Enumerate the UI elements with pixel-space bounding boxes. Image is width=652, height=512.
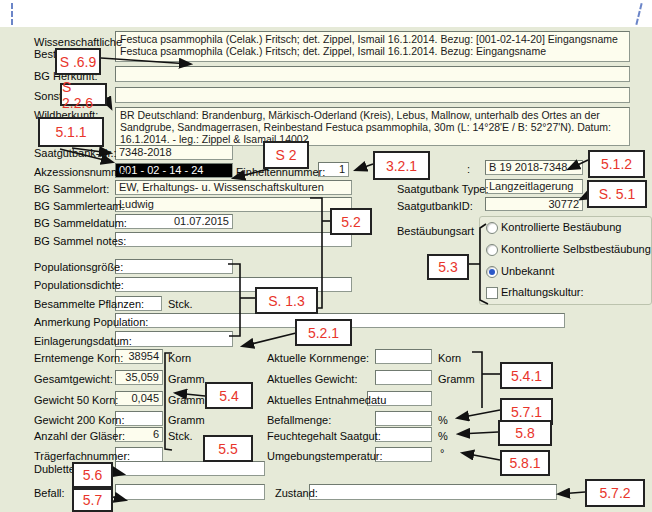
callout-321: 3.2.1 (373, 151, 430, 180)
besammelte-pflanzen-label: Besammelte Pflanzen: (34, 298, 144, 310)
callout-512: 5.1.2 (588, 150, 645, 178)
einlagerungsdatum-field[interactable] (115, 331, 233, 347)
bg-sammel-notes-field[interactable] (115, 232, 352, 247)
callout-541: 5.4.1 (500, 362, 553, 389)
bg-sammlerteam-label: BG Sammlerteam: (34, 200, 124, 212)
erntemenge-korn-unit: Korn (168, 352, 191, 364)
radio-kontrollierte-selbstbestaeubung-label: Kontrollierte Selbstbestäubung (501, 243, 651, 255)
einlagerungsdatum-label: Einlagerungsdatum: (34, 335, 132, 347)
umgebungstemperatur-unit: ° (440, 447, 444, 459)
callout-521: 5.2.1 (295, 319, 352, 346)
radio-unbekannt[interactable] (486, 266, 498, 278)
callout-s51: S. 5.1 (587, 180, 647, 208)
saatgutbank-type-label: Saatgutbank Type: (397, 183, 489, 195)
anzahl-glaeser-unit: Stck. (168, 430, 192, 442)
gewicht-200-korn-unit: Gramm (168, 414, 205, 426)
umgebungstemperatur-field[interactable] (375, 447, 432, 462)
gewicht-50-korn-label: Gewicht 50 Korn: (34, 394, 118, 406)
callout-s13: S. 1.3 (255, 287, 318, 314)
befallmenge-label: Befallmenge: (267, 414, 331, 426)
saatgutbank-type-field[interactable]: Langzeitlagerung (485, 179, 583, 194)
umgebungstemperatur-label: Umgebungstemperatur: (267, 450, 383, 462)
scientific-name-field[interactable]: Festuca psammophila (Celak.) Fritsch; de… (115, 31, 630, 62)
callout-s226: S 2.2.6 (60, 83, 107, 106)
zustand-field[interactable] (309, 484, 557, 500)
seedbank-form-screenshot: Wissenschaftliche Bestim Festuca psammop… (0, 0, 652, 512)
saatgutbank-id-label: SaatgutbankID: (397, 200, 473, 212)
bg-sammelort-field[interactable]: EW, Erhaltungs- u. Wissenschaftskulturen (115, 180, 352, 195)
populationsdichte-label: Populationsdichte: (34, 279, 124, 291)
radio-kontrollierte-selbstbestaeubung[interactable] (486, 244, 498, 256)
gesamtgewicht-label: Gesamtgewicht: (34, 373, 113, 385)
feuchtegehalt-unit: % (438, 430, 448, 442)
bg-sammeldatum-field[interactable]: 01.07.2015 (115, 214, 233, 229)
callout-53: 5.3 (427, 254, 469, 280)
scientific-name-line2: Festuca psammophila (Celak.) Fritsch; de… (120, 45, 625, 57)
gewicht-200-korn-label: Gewicht 200 Korn: (34, 414, 125, 426)
callout-56: 5.6 (72, 462, 113, 488)
aktuelles-gewicht-unit: Gramm (438, 373, 475, 385)
gewicht-50-korn-unit: Gramm (168, 394, 205, 406)
bg-sammeldatum-label: BG Sammeldatum: (34, 217, 127, 229)
traegerfachnummer-label: Trägerfachnummer: (34, 450, 130, 462)
aktuelle-kornmenge-unit: Korn (438, 352, 461, 364)
bg-sammlerteam-field[interactable]: Ludwig (115, 197, 352, 212)
befall-label: Befall: (34, 487, 65, 499)
befall-field[interactable] (115, 484, 265, 500)
akzessionsnummer-label: Akzessionsnummer: (34, 166, 133, 178)
radio-selected-dot (489, 269, 495, 275)
gesamtgewicht-field[interactable]: 35,059 (115, 370, 163, 385)
callout-511: 5.1.1 (38, 117, 104, 147)
aktuelle-kornmenge-field[interactable] (375, 349, 432, 364)
scientific-name-label: Wissenschaftliche (34, 36, 122, 48)
feuchtegehalt-label: Feuchtegehalt Saatgut: (267, 430, 381, 442)
callout-s2: S 2 (263, 141, 309, 169)
gesamtgewicht-unit: Gramm (168, 373, 205, 385)
feuchtegehalt-field[interactable] (375, 427, 432, 442)
callout-572: 5.7.2 (585, 479, 645, 507)
callout-58: 5.8 (498, 420, 552, 446)
wildherkunft-field[interactable]: BR Deutschland: Brandenburg, Märkisch-Od… (115, 107, 630, 146)
callout-55: 5.5 (203, 435, 253, 462)
saatgutbank-id-field: 30772 (485, 197, 583, 211)
aktuelles-gewicht-label: Aktuelles Gewicht: (267, 373, 357, 385)
sonstige-field[interactable] (115, 87, 630, 103)
radio-kontrollierte-bestaeubung[interactable] (486, 222, 498, 234)
saatgutbank-nr-label: Saatgutbank-Nr.: (34, 147, 117, 159)
befallmenge-field[interactable] (375, 411, 432, 426)
populationsgroesse-field[interactable] (115, 259, 233, 274)
befallmenge-unit: % (438, 414, 448, 426)
populationsgroesse-label: Populationsgröße: (34, 261, 123, 273)
aktuelles-gewicht-field[interactable] (375, 370, 432, 385)
anzahl-glaeser-label: Anzahl der Gläser: (34, 430, 125, 442)
gewicht-50-korn-field[interactable]: 0,045 (115, 391, 163, 406)
zustand-label: Zustand: (275, 487, 318, 499)
callout-54: 5.4 (205, 382, 253, 409)
callout-581: 5.8.1 (500, 450, 550, 476)
callout-52: 5.2 (330, 208, 372, 235)
aktuelles-entnahmedatum-label: Aktuelles Entnahmedatu (267, 394, 386, 406)
saatgutbank-nr-field[interactable]: 7348-2018 (115, 145, 233, 160)
bg-sammel-notes-label: BG Sammel notes: (34, 235, 126, 247)
hidden-label-colon: : (467, 163, 470, 175)
radio-kontrollierte-bestaeubung-label: Kontrollierte Bestäubung (501, 221, 621, 233)
erntemenge-korn-label: Erntemenge Korn: (34, 352, 123, 364)
besammelte-pflanzen-unit: Stck. (168, 298, 192, 310)
dublettenort-field[interactable] (115, 461, 265, 476)
bg-herkunft-field[interactable] (115, 66, 630, 82)
right-margin-dash-mark (635, 3, 642, 25)
callout-57: 5.7 (72, 488, 113, 512)
scientific-name-line1: Festuca psammophila (Celak.) Fritsch; de… (120, 33, 625, 45)
callout-s69: S .6.9 (55, 48, 101, 75)
erhaltungskultur-checkbox[interactable] (486, 287, 498, 299)
bg-sammelort-label: BG Sammelort: (34, 183, 109, 195)
erhaltungskultur-label: Erhaltungskultur: (501, 286, 584, 298)
left-margin-dash-mark (11, 3, 13, 25)
b-nummer-field[interactable]: B 19 2018-7348 (485, 160, 583, 175)
bestaeubungsart-label: Bestäubungsart (397, 225, 474, 237)
radio-unbekannt-label: Unbekannt (501, 265, 554, 277)
anmerkung-population-label: Anmerkung Population: (34, 316, 148, 328)
aktuelle-kornmenge-label: Aktuelle Kornmenge: (267, 352, 369, 364)
